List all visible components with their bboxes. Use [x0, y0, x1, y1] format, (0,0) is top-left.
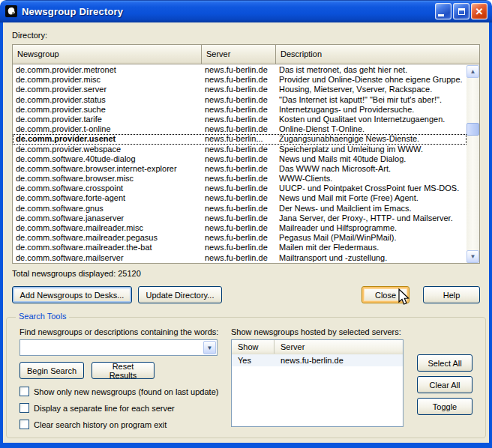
cell-server: news.fu-berlin.de	[202, 95, 276, 105]
cell-newsgroup: de.comm.software.crosspoint	[13, 184, 202, 193]
cell-description: Housing, Mietserver, Vserver, Rackspace.	[276, 85, 466, 94]
help-button[interactable]: Help	[423, 286, 480, 303]
search-words-combobox[interactable]: ▼	[20, 339, 218, 356]
directory-label: Directory:	[12, 31, 47, 40]
newsgroup-row[interactable]: de.comm.provider.metronetnews.fu-berlin.…	[13, 65, 466, 75]
vertical-scrollbar[interactable]: ▲ ▼	[466, 65, 479, 263]
show-only-new-checkbox[interactable]	[20, 387, 29, 396]
maximize-icon	[458, 8, 465, 15]
mouse-cursor	[398, 288, 411, 306]
newsgroup-row[interactable]: de.comm.software.mailreader.pegasusnews.…	[13, 233, 466, 243]
newsgroup-row[interactable]: de.comm.provider.usenetnews.fu-berlin...…	[13, 134, 466, 144]
reset-results-button[interactable]: Reset Results	[92, 362, 154, 379]
cell-newsgroup: de.comm.software.mailreader.pegasus	[13, 233, 202, 243]
search-words-input[interactable]	[20, 340, 202, 355]
cell-server: news.fu-berlin.de	[202, 233, 276, 243]
column-header-server-name[interactable]: Server	[274, 340, 403, 354]
cell-server: news.fu-berlin.de	[202, 193, 276, 203]
newsgroup-row[interactable]: de.comm.software.crosspointnews.fu-berli…	[13, 184, 466, 193]
newsgroup-row[interactable]: de.comm.provider.tarifenews.fu-berlin.de…	[13, 115, 466, 124]
cell-server: news.fu-berlin.de	[202, 223, 276, 233]
client-area: Directory: Newsgroup Server Description …	[3, 22, 489, 443]
scrollbar-thumb[interactable]	[466, 123, 479, 136]
newsgroup-directory-window: Newsgroup Directory ✕ Directory: Newsgro…	[0, 0, 492, 448]
newsgroup-row[interactable]: de.comm.software.mailservernews.fu-berli…	[13, 253, 466, 263]
cell-server: news.fu-berlin.de	[202, 115, 276, 124]
newsgroup-row[interactable]: de.comm.software.browser.internet-explor…	[13, 164, 466, 174]
newsgroup-row[interactable]: de.comm.software.janaservernews.fu-berli…	[13, 214, 466, 223]
server-list-header: Show Server	[232, 340, 403, 354]
cell-description: Speicherplatz und Umleitung im WWW.	[276, 145, 466, 154]
cell-description: "Das Internet ist kaputt!" "Bei mir tut'…	[276, 95, 466, 105]
total-newsgroups-label: Total newsgroups displayed: 25120	[12, 269, 141, 278]
search-tools-title: Search Tools	[16, 312, 69, 321]
column-header-description[interactable]: Description	[276, 45, 479, 64]
column-header-server[interactable]: Server	[202, 45, 276, 64]
cell-server: news.fu-berlin.de	[202, 75, 276, 85]
window-title: Newsgroup Directory	[22, 6, 123, 17]
title-bar[interactable]: Newsgroup Directory ✕	[0, 0, 492, 22]
cell-newsgroup: de.comm.provider.usenet	[13, 134, 202, 144]
cell-server: news.fu-berlin.de	[202, 145, 276, 154]
server-row[interactable]: Yesnews.fu-berlin.de	[232, 354, 403, 366]
select-all-button[interactable]: Select All	[417, 354, 472, 372]
newsgroup-row[interactable]: de.comm.software.40tude-dialognews.fu-be…	[13, 154, 466, 164]
close-window-button[interactable]: ✕	[471, 3, 488, 19]
checkbox-row-clear-history: Clear search history on program exit	[20, 420, 166, 429]
cell-description: Kosten und Qualitaet von Internetzugaeng…	[276, 115, 466, 124]
close-icon: ✕	[476, 6, 484, 17]
newsgroup-row[interactable]: de.comm.software.forte-agentnews.fu-berl…	[13, 193, 466, 203]
combobox-dropdown-button[interactable]: ▼	[203, 341, 216, 354]
cell-description: Das WWW nach Microsoft-Art.	[276, 164, 466, 174]
update-directory-button[interactable]: Update Directory...	[138, 286, 222, 303]
cell-description: Das ist metronet, das geht hier net.	[276, 65, 466, 75]
checkbox-row-new-newsgroups: Show only new newsgroups (found on last …	[20, 387, 218, 396]
cell-description: Pegasus Mail (PMail/WinPMail).	[276, 233, 466, 243]
minimize-button[interactable]	[435, 3, 452, 19]
cell-server: news.fu-berlin.de	[202, 85, 276, 94]
clear-history-label: Clear search history on program exit	[34, 420, 166, 429]
cell-description: Jana Server, der Proxy-, HTTP- und Mails…	[276, 214, 466, 223]
cell-show: Yes	[232, 354, 274, 366]
clear-all-button[interactable]: Clear All	[417, 376, 472, 393]
cell-description: Zugangsunabhaengige News-Dienste.	[276, 134, 466, 144]
column-header-newsgroup[interactable]: Newsgroup	[13, 45, 202, 64]
toggle-button[interactable]: Toggle	[417, 398, 472, 415]
hosted-servers-label: Show newsgroups hosted by selected serve…	[231, 327, 401, 336]
find-words-label: Find newsgroups or descriptions containi…	[20, 327, 218, 336]
clear-history-checkbox[interactable]	[20, 420, 29, 429]
chevron-down-icon: ▼	[207, 345, 213, 351]
cell-server: news.fu-berlin.de	[202, 253, 276, 263]
newsgroup-row[interactable]: de.comm.software.gnusnews.fu-berlin.deDe…	[13, 204, 466, 214]
cell-newsgroup: de.comm.software.mailserver	[13, 253, 202, 263]
scroll-down-button[interactable]: ▼	[466, 250, 479, 263]
newsgroup-rows: de.comm.provider.metronetnews.fu-berlin.…	[13, 65, 466, 263]
cell-server: news.fu-berlin.de	[202, 174, 276, 184]
checkbox-row-separate-line: Display a separate line for each server	[20, 403, 175, 413]
newsgroup-row[interactable]: de.comm.provider.statusnews.fu-berlin.de…	[13, 95, 466, 105]
newsgroup-row[interactable]: de.comm.provider.t-onlinenews.fu-berlin.…	[13, 124, 466, 134]
cell-description: News und Mails mit 40tude Dialog.	[276, 154, 466, 164]
server-list: Show Server Yesnews.fu-berlin.de	[231, 339, 404, 427]
separate-line-checkbox[interactable]	[20, 403, 29, 413]
newsgroup-row[interactable]: de.comm.software.mailreader.miscnews.fu-…	[13, 223, 466, 233]
add-newsgroups-button[interactable]: Add Newsgroups to Desks...	[12, 286, 132, 303]
cell-newsgroup: de.comm.software.browser.internet-explor…	[13, 164, 202, 174]
newsgroup-row[interactable]: de.comm.provider.miscnews.fu-berlin.dePr…	[13, 75, 466, 85]
column-header-show[interactable]: Show	[232, 340, 274, 354]
cell-newsgroup: de.comm.provider.misc	[13, 75, 202, 85]
scroll-up-button[interactable]: ▲	[466, 65, 479, 78]
newsgroup-row[interactable]: de.comm.software.browser.miscnews.fu-ber…	[13, 174, 466, 184]
newsgroup-row[interactable]: de.comm.provider.servernews.fu-berlin.de…	[13, 85, 466, 94]
newsgroup-row[interactable]: de.comm.provider.suchenews.fu-berlin.deI…	[13, 105, 466, 115]
cell-newsgroup: de.comm.provider.t-online	[13, 124, 202, 134]
newsgroup-row[interactable]: de.comm.provider.webspacenews.fu-berlin.…	[13, 145, 466, 154]
cell-description: WWW-Clients.	[276, 174, 466, 184]
minimize-icon	[438, 14, 444, 16]
cell-description: News und Mail mit Forte (Free) Agent.	[276, 193, 466, 203]
cell-newsgroup: de.comm.software.mailreader.misc	[13, 223, 202, 233]
cell-server: news.fu-berlin.de	[274, 354, 403, 366]
maximize-button[interactable]	[453, 3, 470, 19]
begin-search-button[interactable]: Begin Search	[20, 362, 84, 379]
newsgroup-row[interactable]: de.comm.software.mailreader.the-batnews.…	[13, 243, 466, 252]
